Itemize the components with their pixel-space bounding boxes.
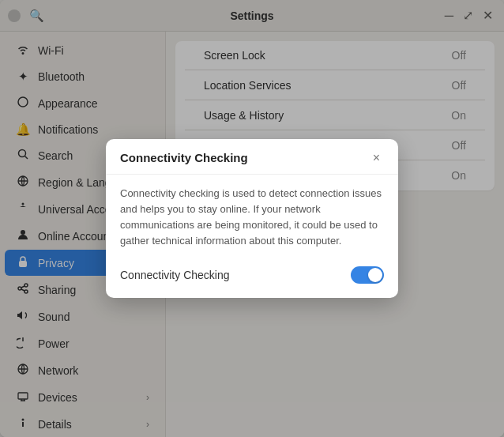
modal-description: Connectivity checking is used to detect … [120, 186, 384, 250]
modal-body: Connectivity checking is used to detect … [106, 175, 398, 299]
modal-toggle-label: Connectivity Checking [120, 269, 230, 281]
modal-toggle-row: Connectivity Checking [120, 263, 384, 284]
modal-title: Connectivity Checking [120, 151, 248, 164]
connectivity-checking-toggle[interactable] [351, 266, 384, 284]
connectivity-checking-modal: Connectivity Checking × Connectivity che… [106, 139, 398, 299]
modal-close-button[interactable]: × [369, 150, 384, 166]
modal-header: Connectivity Checking × [106, 139, 398, 175]
modal-overlay[interactable]: Connectivity Checking × Connectivity che… [0, 0, 504, 437]
